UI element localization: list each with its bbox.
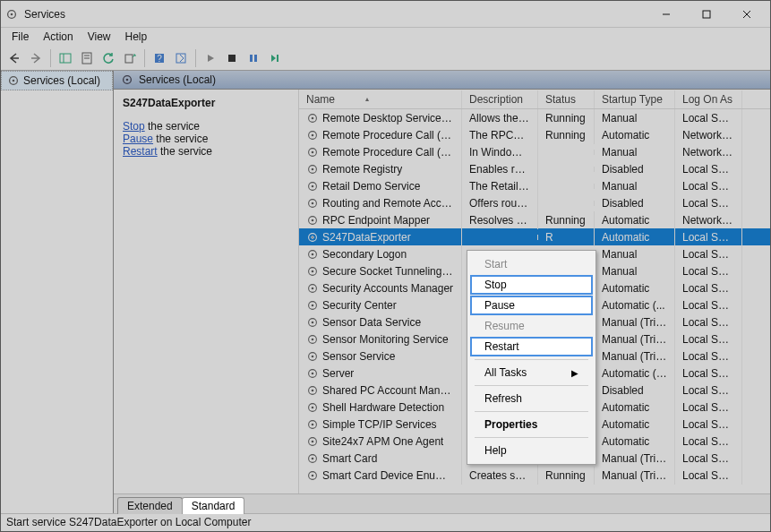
pause-service-button[interactable]	[244, 48, 263, 68]
ctx-restart[interactable]: Restart	[470, 337, 593, 356]
refresh-button[interactable]	[99, 48, 118, 68]
svg-point-24	[312, 116, 314, 119]
start-service-button[interactable]	[201, 48, 220, 68]
svg-rect-6	[60, 54, 71, 63]
gear-icon	[121, 73, 133, 86]
restart-service-button[interactable]	[265, 48, 285, 68]
stop-service-button[interactable]	[222, 48, 242, 68]
tab-extended[interactable]: Extended	[117, 497, 183, 514]
cell-name: Server	[299, 365, 462, 382]
help-toolbar-button[interactable]: ?	[150, 48, 169, 68]
menu-bar: File Action View Help	[1, 28, 770, 46]
menu-action[interactable]: Action	[36, 29, 80, 45]
help-alt-button[interactable]	[171, 48, 191, 68]
tab-standard[interactable]: Standard	[182, 497, 245, 514]
ctx-sep-2	[475, 385, 588, 386]
svg-point-46	[312, 304, 314, 306]
cell-name: Secondary Logon	[299, 245, 462, 263]
toolbar: ?	[1, 46, 770, 71]
svg-point-34	[312, 202, 314, 204]
service-row[interactable]: RPC Endpoint MapperResolves RP...Running…	[299, 211, 770, 228]
cell-logon: Local Service	[675, 262, 742, 280]
cell-description: The RPCSS s...	[462, 126, 538, 144]
svg-point-56	[312, 389, 314, 391]
svg-rect-15	[228, 55, 236, 62]
svg-point-54	[312, 372, 314, 374]
restart-link[interactable]: Restart	[123, 145, 158, 158]
ctx-properties[interactable]: Properties	[470, 415, 593, 434]
cell-startup: Automatic	[595, 279, 675, 297]
details-pane: Services (Local) S247DataExporter Stop t…	[114, 71, 770, 513]
ctx-refresh[interactable]: Refresh	[470, 389, 593, 408]
cell-name: Remote Procedure Call (RP...	[299, 143, 462, 161]
cell-status	[538, 184, 595, 189]
service-row[interactable]: Smart Card Device Enumera...Creates soft…	[299, 467, 770, 484]
minimize-button[interactable]	[646, 2, 686, 27]
service-row[interactable]: Routing and Remote AccessOffers routi...…	[299, 194, 770, 211]
service-row[interactable]: Remote RegistryEnables rem...DisabledLoc…	[299, 160, 770, 177]
service-row[interactable]: Retail Demo ServiceThe Retail D...Manual…	[299, 177, 770, 194]
menu-help[interactable]: Help	[118, 29, 155, 45]
col-status[interactable]: Status	[538, 90, 595, 108]
cell-name: Remote Desktop Services U...	[299, 109, 462, 127]
ctx-help[interactable]: Help	[470, 441, 593, 460]
cell-startup: Manual	[595, 177, 675, 195]
properties-toolbar-button[interactable]	[77, 48, 97, 68]
svg-text:?: ?	[157, 54, 162, 64]
pause-action-line: Pause the service	[123, 133, 289, 145]
svg-point-44	[312, 287, 314, 289]
svg-point-66	[312, 474, 314, 476]
cell-description: Allows the r...	[462, 109, 538, 127]
cell-startup: Disabled	[595, 194, 675, 212]
ctx-pause[interactable]: Pause	[470, 296, 593, 315]
menu-file[interactable]: File	[4, 29, 36, 45]
cell-startup: Manual (Trig...	[595, 450, 675, 468]
ctx-stop[interactable]: Stop	[470, 275, 593, 295]
col-name[interactable]: Name▴	[299, 90, 462, 108]
status-bar: Start service S247DataExporter on Local …	[1, 513, 770, 531]
svg-point-40	[312, 253, 314, 255]
service-row[interactable]: S247DataExporterRAutomaticLocal Syste...	[299, 228, 770, 245]
cell-startup: Manual (Trig...	[595, 467, 675, 485]
export-button[interactable]	[120, 48, 140, 68]
main-body: Services (Local) Services (Local) S247Da…	[1, 71, 770, 513]
ctx-resume[interactable]: Resume	[470, 316, 593, 336]
cell-name: Remote Registry	[299, 160, 462, 178]
cell-description: The Retail D...	[462, 177, 538, 195]
cell-startup: Manual (Trig...	[595, 348, 675, 365]
cell-status: Running	[538, 211, 595, 229]
ctx-all-tasks[interactable]: All Tasks ▶	[470, 363, 593, 382]
service-row[interactable]: Remote Procedure Call (RP...In Windows..…	[299, 143, 770, 160]
service-row[interactable]: Remote Desktop Services U...Allows the r…	[299, 109, 770, 126]
cell-name: Sensor Data Service	[299, 313, 462, 331]
ctx-start[interactable]: Start	[470, 254, 593, 274]
col-logon[interactable]: Log On As	[675, 90, 742, 108]
forward-button[interactable]	[26, 48, 46, 68]
cell-name: Security Center	[299, 296, 462, 314]
tree-root-services-local[interactable]: Services (Local)	[1, 71, 113, 90]
cell-startup: Manual	[595, 143, 675, 161]
show-hide-tree-button[interactable]	[56, 48, 75, 68]
cell-name: Site24x7 APM One Agent	[299, 433, 462, 450]
app-icon	[4, 7, 19, 21]
cell-logon: Local Syste...	[675, 416, 742, 433]
col-description[interactable]: Description	[462, 90, 538, 108]
svg-point-42	[312, 270, 314, 272]
cell-startup: Automatic	[595, 228, 675, 246]
cell-logon: Local Service	[675, 160, 742, 178]
close-button[interactable]	[726, 2, 767, 27]
service-row[interactable]: Remote Procedure Call (RPC)The RPCSS s..…	[299, 126, 770, 143]
cell-status	[538, 150, 595, 155]
col-startup[interactable]: Startup Type	[595, 90, 675, 108]
back-button[interactable]	[4, 48, 24, 68]
cell-description: Creates soft...	[462, 467, 538, 485]
menu-view[interactable]: View	[81, 29, 118, 45]
pause-link[interactable]: Pause	[123, 133, 153, 145]
cell-startup: Manual	[595, 245, 675, 263]
cell-name: RPC Endpoint Mapper	[299, 211, 462, 229]
cell-logon: Local Syste...	[675, 279, 742, 297]
maximize-button[interactable]	[686, 2, 726, 27]
services-icon	[7, 74, 20, 87]
context-menu: Start Stop Pause Resume Restart All Task…	[467, 250, 596, 465]
stop-link[interactable]: Stop	[123, 120, 145, 133]
